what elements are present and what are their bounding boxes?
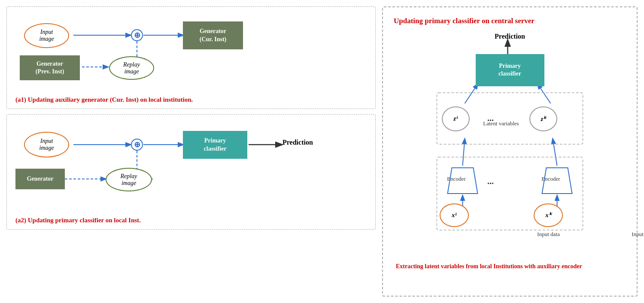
panel-a1: Input image ⊕ Generator (Cur. Inst) Gene… xyxy=(6,6,376,109)
input-image-a1: Input image xyxy=(24,23,69,48)
x1-ellipse: x¹ xyxy=(440,203,469,227)
svg-line-12 xyxy=(465,84,478,103)
replay-image-a2: Replay image xyxy=(106,168,152,191)
encoder1-label: Encoder xyxy=(439,176,474,182)
caption-a2: (a2) Updating primary classifier on loca… xyxy=(15,217,367,224)
primary-classifier-a2: Primary classifier xyxy=(183,131,247,159)
left-side: Input image ⊕ Generator (Cur. Inst) Gene… xyxy=(6,6,376,297)
input-data2: Input data xyxy=(527,231,644,238)
encoder2-label: Encoder xyxy=(534,176,568,182)
diagram-a1: Input image ⊕ Generator (Cur. Inst) Gene… xyxy=(15,15,367,92)
zk-ellipse: zᵏ xyxy=(529,106,557,131)
right-panel: Updating primary classifier on central s… xyxy=(382,6,638,297)
svg-line-15 xyxy=(553,139,557,166)
input-image-a2: Input image xyxy=(24,132,69,158)
dots-encoder: ... xyxy=(487,176,494,186)
generator-cur-inst: Generator (Cur. Inst) xyxy=(183,21,243,49)
generator-prev-inst: Generator (Prev. Inst) xyxy=(20,55,80,80)
caption-a1: (a1) Updating auxiliary generator (Cur. … xyxy=(15,96,367,103)
primary-classifier-right: Primary classifier xyxy=(476,54,544,86)
generator-a2: Generator xyxy=(15,169,65,189)
right-diagram: Prediction Primary classifier z¹ zᵏ Late… xyxy=(394,33,626,273)
prediction-right: Prediction xyxy=(495,33,525,40)
circle-plus-a2: ⊕ xyxy=(131,139,143,151)
circle-plus-a1: ⊕ xyxy=(131,29,143,41)
xk-ellipse: xᵏ xyxy=(534,203,563,227)
right-title: Updating primary classifier on central s… xyxy=(394,16,626,26)
panel-a2: Input image ⊕ Primary classifier Predict… xyxy=(6,114,376,230)
dots-latent: ... xyxy=(487,113,494,123)
svg-line-14 xyxy=(463,139,465,166)
right-caption: Extracting latent variables from local I… xyxy=(394,262,626,271)
prediction-a2: Prediction xyxy=(283,139,313,146)
replay-image-a1: Replay image xyxy=(109,56,154,80)
z1-ellipse: z¹ xyxy=(442,106,470,131)
diagram-a2: Input image ⊕ Primary classifier Predict… xyxy=(15,122,367,212)
svg-line-13 xyxy=(538,84,551,103)
latent-variables-label: Latent variables xyxy=(471,120,531,127)
